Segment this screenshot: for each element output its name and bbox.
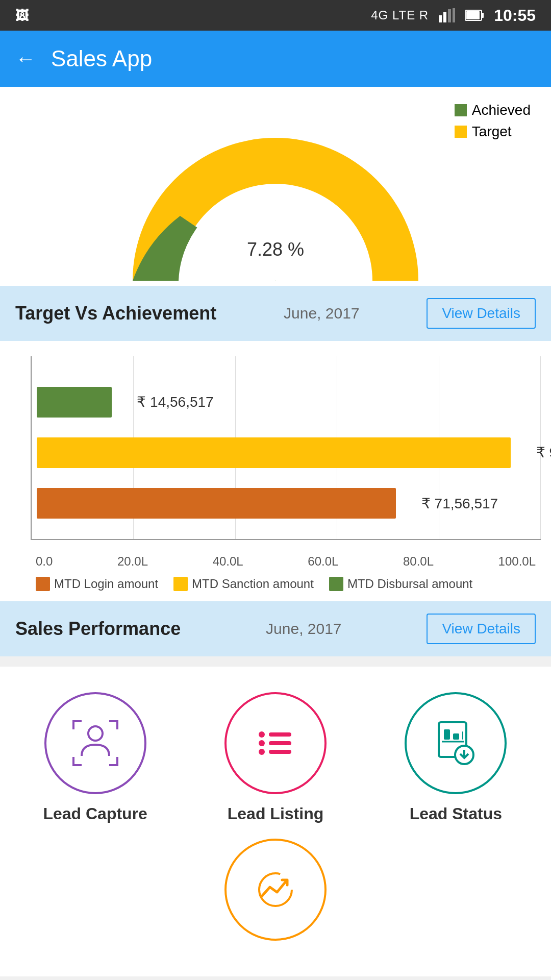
svg-rect-10 — [116, 720, 118, 729]
legend-disbursal: MTD Disbursal amount — [329, 577, 472, 591]
bar-sanction: ₹ 95,30,866 — [37, 437, 511, 468]
legend-disbursal-label: MTD Disbursal amount — [347, 577, 472, 591]
sales-performance-title: Sales Performance — [15, 618, 181, 640]
legend-disbursal-color — [329, 577, 343, 591]
status-bar-left: 🖼 — [15, 8, 29, 23]
lead-status-icon — [428, 715, 484, 771]
signal-icon — [439, 8, 455, 22]
svg-point-20 — [259, 749, 265, 755]
bar-disbursal-label: ₹ 14,56,517 — [137, 394, 213, 410]
bar-login: ₹ 71,56,517 — [37, 488, 396, 519]
x-label-20: 20.0L — [117, 554, 148, 569]
sales-performance-header: Sales Performance June, 2017 View Detail… — [0, 601, 551, 656]
grid-line-1 — [32, 356, 32, 539]
legend-login-label: MTD Login amount — [54, 577, 158, 591]
bars-container: ₹ 14,56,517 ₹ 95,30,866 ₹ 71,56,517 — [37, 366, 536, 539]
lead-capture-circle — [44, 692, 146, 794]
x-label-60: 60.0L — [308, 554, 338, 569]
lead-listing-item[interactable]: Lead Listing — [190, 692, 360, 823]
svg-point-18 — [259, 740, 265, 746]
lead-listing-icon — [247, 715, 304, 771]
svg-rect-21 — [269, 750, 291, 754]
network-info: 4G LTE R — [371, 8, 429, 22]
main-content: Achieved Target 7.28 % — [0, 87, 551, 656]
menu-section: Lead Capture Lead Listing — [0, 667, 551, 976]
lead-listing-label: Lead Listing — [228, 804, 323, 823]
bar-row-disbursal: ₹ 14,56,517 — [37, 384, 536, 420]
legend-sanction: MTD Sanction amount — [173, 577, 314, 591]
svg-rect-6 — [466, 11, 480, 19]
bar-login-label: ₹ 71,56,517 — [421, 495, 498, 512]
menu-grid: Lead Capture Lead Listing — [0, 692, 551, 823]
analytics-icon — [247, 862, 304, 918]
legend-sanction-label: MTD Sanction amount — [192, 577, 314, 591]
svg-point-16 — [259, 731, 265, 738]
bar-row-login: ₹ 71,56,517 — [37, 485, 536, 521]
svg-rect-2 — [448, 9, 451, 22]
svg-rect-25 — [462, 731, 463, 740]
bar-row-sanction: ₹ 95,30,866 — [37, 435, 536, 471]
svg-rect-12 — [72, 757, 74, 766]
bar-disbursal: ₹ 14,56,517 — [37, 387, 112, 418]
time-display: 10:55 — [494, 6, 536, 25]
lead-status-label: Lead Status — [410, 804, 502, 823]
x-label-40: 40.0L — [213, 554, 243, 569]
status-bar: 🖼 4G LTE R 10:55 — [0, 0, 551, 31]
analytics-item[interactable] — [31, 839, 520, 941]
bar-chart-section: ₹ 14,56,517 ₹ 95,30,866 ₹ 71,56,517 — [0, 341, 551, 601]
x-label-0: 0.0 — [36, 554, 53, 569]
sales-performance-date: June, 2017 — [266, 620, 341, 638]
target-view-details-button[interactable]: View Details — [427, 298, 536, 329]
sales-view-details-button[interactable]: View Details — [427, 614, 536, 644]
x-label-100: 100.0L — [498, 554, 536, 569]
svg-rect-8 — [72, 720, 74, 729]
legend-sanction-color — [173, 577, 188, 591]
svg-rect-1 — [443, 12, 446, 22]
svg-rect-3 — [453, 8, 455, 22]
bar-sanction-label: ₹ 95,30,866 — [536, 444, 551, 461]
bar-chart-area: ₹ 14,56,517 ₹ 95,30,866 ₹ 71,56,517 — [31, 356, 541, 540]
target-achievement-title: Target Vs Achievement — [15, 303, 216, 324]
svg-rect-0 — [439, 15, 442, 22]
donut-percentage: 7.28 % — [247, 239, 304, 260]
target-achievement-date: June, 2017 — [284, 305, 359, 322]
lead-capture-item[interactable]: Lead Capture — [10, 692, 180, 823]
app-bar: ← Sales App — [0, 31, 551, 87]
donut-container: 7.28 % — [15, 102, 536, 286]
legend-login: MTD Login amount — [36, 577, 158, 591]
lead-listing-circle — [224, 692, 327, 794]
x-label-80: 80.0L — [403, 554, 434, 569]
app-title: Sales App — [51, 46, 152, 71]
svg-point-15 — [88, 726, 103, 741]
lead-capture-icon — [67, 715, 123, 771]
svg-rect-24 — [453, 733, 459, 740]
svg-rect-5 — [482, 13, 484, 18]
bar-chart-legend: MTD Login amount MTD Sanction amount MTD… — [31, 569, 541, 591]
target-achievement-header: Target Vs Achievement June, 2017 View De… — [0, 286, 551, 341]
battery-icon — [465, 8, 484, 22]
menu-row-2 — [0, 823, 551, 956]
svg-rect-14 — [116, 757, 118, 766]
svg-rect-17 — [269, 732, 291, 737]
lead-status-circle — [405, 692, 507, 794]
analytics-circle — [224, 839, 327, 941]
lead-capture-label: Lead Capture — [43, 804, 147, 823]
back-button[interactable]: ← — [15, 47, 36, 70]
svg-rect-23 — [444, 729, 450, 740]
donut-chart-section: Achieved Target 7.28 % — [0, 87, 551, 286]
x-axis-labels: 0.0 20.0L 40.0L 60.0L 80.0L 100.0L — [31, 550, 541, 569]
legend-login-color — [36, 577, 50, 591]
donut-svg — [133, 122, 418, 286]
svg-rect-19 — [269, 741, 291, 745]
lead-status-item[interactable]: Lead Status — [371, 692, 541, 823]
